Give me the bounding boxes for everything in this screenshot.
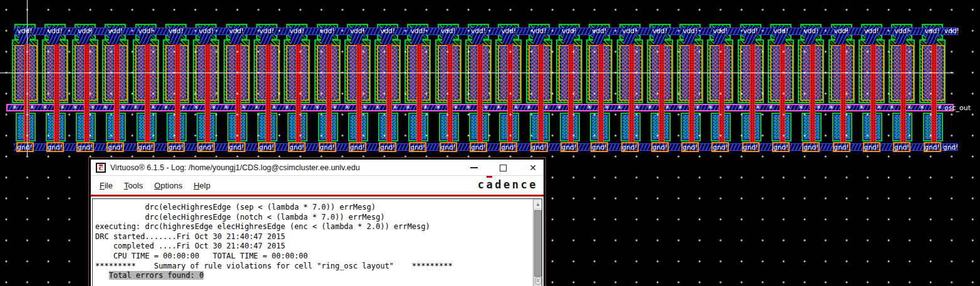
poly-gate: [175, 44, 180, 147]
vdd-label: vdd!: [681, 28, 699, 34]
pin-marker-icon: ✳: [332, 104, 338, 111]
scroll-up-icon[interactable]: ▲: [534, 200, 542, 208]
pin-marker-icon: ✳: [254, 104, 259, 111]
vdd-label: vdd!: [863, 28, 880, 34]
log-line: Total errors found: 0: [95, 271, 532, 281]
log-output-area[interactable]: drc(elecHighresEdge (sep < (lambda * 7.0…: [92, 198, 542, 286]
poly-gate: [870, 44, 876, 147]
pin-marker-icon: ✳: [785, 104, 791, 111]
pin-marker-icon: ✳: [495, 104, 501, 111]
gnd-label: gnd!: [379, 144, 396, 151]
pin-marker-icon: ✳: [163, 104, 168, 111]
pin-marker-icon: ✳: [150, 104, 156, 111]
log-text: drc(elecHighresEdge (sep < (lambda * 7.0…: [95, 203, 532, 281]
vdd-label: vdd!: [530, 28, 548, 34]
pin-marker-icon: ✳: [513, 104, 518, 111]
vdd-label: vdd!: [349, 28, 366, 34]
virtuoso-log-window[interactable]: c Virtuoso® 6.1.5 - Log: /home/youngj1/C…: [88, 157, 546, 286]
pin-marker-icon: ✳: [604, 104, 609, 111]
gnd-label: gnd!: [530, 144, 548, 151]
pin-marker-icon: ✳: [405, 104, 410, 111]
menubar: FileToolsOptionsHelpcadence: [91, 176, 544, 195]
poly-gate: [235, 44, 241, 147]
pin-marker-icon: ✳: [647, 104, 652, 111]
vdd-label: vdd!: [16, 28, 34, 34]
log-line: executing: drc(highresEdge elecHighresEd…: [95, 222, 532, 232]
pin-marker-icon: ✳: [453, 104, 458, 111]
gnd-label: gnd!: [16, 144, 34, 151]
vdd-label: vdd!: [893, 28, 910, 34]
pin-marker-icon: ✳: [738, 104, 743, 111]
pin-marker-icon: ✳: [344, 104, 350, 111]
close-button[interactable]: ✕: [525, 160, 540, 176]
pin-marker-icon: ✳: [556, 104, 562, 111]
vdd-label: vdd!: [258, 28, 276, 34]
pin-marker-icon: ✳: [72, 104, 78, 111]
pin-marker-icon: ✳: [12, 104, 18, 111]
pin-marker-icon: ✳: [707, 104, 713, 111]
pin-marker-icon: ✳: [271, 104, 277, 111]
gnd-label: gnd!: [349, 144, 366, 151]
vdd-label: vdd!: [560, 28, 578, 34]
crosshair-vertical: [27, 0, 28, 156]
pin-marker-icon: ✳: [937, 104, 942, 111]
gnd-label: gnd!: [76, 144, 94, 151]
poly-gate: [447, 44, 453, 147]
gnd-label: gnd!: [409, 144, 426, 151]
poly-gate: [931, 44, 937, 147]
pin-marker-icon: ✳: [815, 104, 821, 111]
gnd-end-label: gnd!: [943, 144, 958, 151]
menu-item-help[interactable]: Help: [193, 181, 210, 190]
pin-marker-icon: ✳: [29, 104, 35, 111]
gnd-label: gnd!: [228, 144, 245, 151]
gnd-label: gnd!: [288, 144, 306, 151]
vdd-label: vdd!: [621, 28, 639, 34]
vdd-label: vdd!: [288, 28, 306, 34]
scrollbar-grip-icon[interactable]: ≡: [535, 277, 542, 285]
cadence-c-icon: c: [96, 163, 106, 173]
gnd-label: gnd!: [742, 144, 760, 151]
poly-gate: [386, 44, 392, 147]
poly-gate: [356, 44, 362, 147]
gnd-label: gnd!: [621, 144, 639, 151]
poly-gate: [810, 44, 815, 147]
titlebar[interactable]: c Virtuoso® 6.1.5 - Log: /home/youngj1/C…: [91, 160, 544, 176]
pin-marker-icon: ✳: [846, 104, 852, 111]
menu-item-options[interactable]: Options: [154, 181, 182, 190]
pin-marker-icon: ✳: [906, 104, 912, 111]
scrollbar-thumb[interactable]: [534, 210, 542, 277]
gnd-label: gnd!: [197, 144, 215, 151]
pin-marker-icon: ✳: [120, 104, 125, 111]
poly-gate: [780, 44, 785, 147]
vdd-label: vdd!: [711, 28, 729, 34]
pin-marker-icon: ✳: [362, 104, 368, 111]
gnd-label: gnd!: [802, 144, 820, 151]
vdd-label: vdd!: [742, 28, 760, 34]
log-line: drc(elecHighresEdge (sep < (lambda * 7.0…: [95, 203, 532, 213]
minimize-button[interactable]: [467, 160, 482, 176]
vdd-label: vdd!: [651, 28, 669, 34]
poly-gate: [538, 44, 544, 147]
pin-marker-icon: ✳: [634, 104, 640, 111]
vdd-label: vdd!: [228, 28, 245, 34]
poly-gate: [54, 44, 59, 147]
vdd-end-label: vdd!: [944, 28, 959, 34]
vdd-label: vdd!: [379, 28, 396, 34]
menu-item-file[interactable]: File: [100, 181, 113, 190]
pin-marker-icon: ✳: [617, 104, 622, 111]
maximize-button[interactable]: [495, 160, 510, 176]
menu-item-tools[interactable]: Tools: [124, 181, 143, 190]
scrollbar[interactable]: ▲ ≡: [533, 199, 542, 286]
vdd-label: vdd!: [167, 28, 185, 34]
pin-marker-icon: ✳: [677, 104, 683, 111]
crosshair-horizontal: [0, 73, 954, 73]
gnd-label: gnd!: [319, 144, 336, 151]
gnd-label: gnd!: [46, 144, 64, 151]
vdd-label: vdd!: [802, 28, 820, 34]
pin-marker-icon: ✳: [465, 104, 471, 111]
pin-marker-icon: ✳: [664, 104, 670, 111]
pin-marker-icon: ✳: [435, 104, 441, 111]
gnd-label: gnd!: [106, 144, 124, 151]
poly-gate: [840, 44, 846, 147]
gnd-label: gnd!: [833, 144, 850, 151]
